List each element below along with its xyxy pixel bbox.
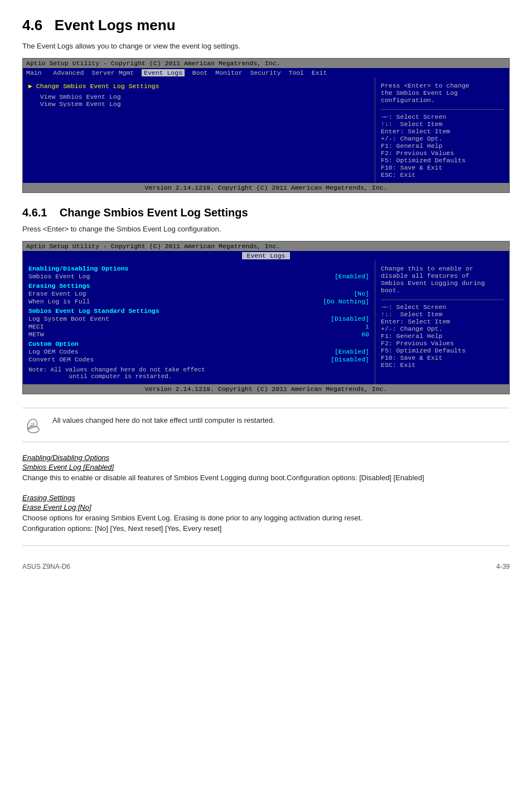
bios-key-4: +/-: Change Opt. [381,135,504,142]
bios-left-2: Enabling/Disabling Options Smbios Event … [23,260,375,384]
desc-header-2a: Erasing Settings [22,494,510,502]
bios-tab-label: Event Logs [242,252,289,259]
bios-row-metw: METW 60 [28,331,369,338]
bios-erasing-settings: Erasing Settings [28,282,369,289]
bios-key-7: F5: Optimized Defaults [381,157,504,164]
desc-section-1: Enabling/Disabling Options Smbios Event … [22,453,510,484]
page-footer: ASUS Z9NA-D6 4-39 [22,563,510,571]
note-text: All values changed here do not take effe… [52,414,275,424]
bios-item-view-smbios: View Smbios Event Log [28,93,121,100]
bios-key2-7: F5: Optimized Defaults [381,347,504,354]
bios-key-1: →←: Select Screen [381,113,504,120]
page-divider [22,545,510,546]
bios-key-3: Enter: Select Item [381,128,504,135]
bios-row-log-oem: Log OEM Codes [Enabled] [28,348,369,355]
bios-selected-item-1: ▶ Change Smbios Event Log Settings [28,83,159,90]
bios-standard-settings: Smbios Event Log Standard Settings [28,307,369,315]
bios-menubar-highlight-1: Event Logs [142,69,185,76]
bios-tab-bar: Event Logs [23,251,509,260]
bios-section-standard-header: Smbios Event Log Standard Settings [28,307,369,315]
bios-row-boot-event: Log System Boot Event [Disabled] [28,315,369,322]
bios-right-2: Change this to enable ordisable all feat… [375,260,509,384]
bios-row-when-full: When Log is Full [Do Nothing] [28,298,369,305]
section-title: 4.6 Event Logs menu [22,17,510,34]
desc-header-1a: Enabling/Disabling Options [22,453,510,462]
bios-help-1: Press <Enter> to changethe Smbios Event … [381,82,504,104]
bios-screen-2: Aptio Setup Utility - Copyright (C) 2011… [22,241,510,394]
bios-key-9: ESC: Exit [381,171,504,178]
bios-header-1: Aptio Setup Utility - Copyright (C) 2011… [23,59,509,68]
desc-body-1: Change this to enable or disable all fea… [22,472,510,484]
bios-row-erase-log: Erase Event Log [No] [28,290,369,297]
bios-key2-5: F1: General Help [381,332,504,340]
bios-key2-1: →←: Select Screen [381,303,504,311]
bios-body-2: Enabling/Disabling Options Smbios Event … [23,260,509,384]
subsection-title: 4.6.1 Change Smbios Event Log Settings [22,206,510,219]
desc-body-2b: Configuration options: [No] [Yes, Next r… [22,523,510,534]
bios-key2-8: F10: Save & Exit [381,354,504,361]
bios-help-2: Change this to enable ordisable all feat… [381,265,504,294]
bios-row-meci: MECI 1 [28,323,369,330]
note-box: All values changed here do not take effe… [22,408,510,442]
desc-body-2a: Choose options for erasing Smbios Event … [22,513,510,524]
footer-right: 4-39 [496,563,510,571]
bios-left-1: ▶ Change Smbios Event Log Settings View … [23,78,375,183]
bios-header-2: Aptio Setup Utility - Copyright (C) 2011… [23,241,509,251]
subsection-intro: Press <Enter> to change the Smbios Event… [22,225,510,233]
section-intro: The Event Logs allows you to change or v… [22,42,510,50]
bios-section-erase-header: Erasing Settings [28,282,369,289]
bios-key-8: F10: Save & Exit [381,164,504,171]
bios-key2-3: Enter: Select Item [381,318,504,325]
bios-key-5: F1: General Help [381,142,504,149]
note-icon [22,414,45,436]
bios-row-smbios-log: Smbios Event Log [Enabled] [28,273,369,280]
bios-key2-4: +/-: Change Opt. [381,325,504,332]
bios-row-convert-oem: Convert OEM Codes [Disabled] [28,356,369,363]
bios-screen-1: Aptio Setup Utility - Copyright (C) 2011… [22,58,510,193]
bios-footer-1: Version 2.14.1219. Copyright (C) 2011 Am… [23,183,509,192]
bios-footer-2: Version 2.14.1219. Copyright (C) 2011 Am… [23,384,509,394]
bios-key2-9: ESC: Exit [381,361,504,369]
bios-section-custom-header: Custom Option [28,340,369,347]
bios-key-6: F2: Previous Values [381,149,504,157]
bios-item-view-system: View System Event Log [28,100,121,108]
bios-menubar-1: Main Advanced Server Mgmt Event Logs Boo… [23,68,509,78]
bios-section-enable: Enabling/Disabling Options [28,265,369,272]
bios-body-1: ▶ Change Smbios Event Log Settings View … [23,78,509,183]
bios-right-1: Press <Enter> to changethe Smbios Event … [375,78,509,183]
bios-key2-2: ↑↓: Select Item [381,311,504,318]
footer-left: ASUS Z9NA-D6 [22,563,70,571]
desc-header-2b: Erase Event Log [No] [22,503,510,511]
bios-note: Note: All values changed here do not tak… [28,366,369,380]
svg-line-2 [30,424,35,426]
bios-key-2: ↑↓: Select Item [381,120,504,128]
desc-section-2: Erasing Settings Erase Event Log [No] Ch… [22,494,510,534]
bios-custom-option: Custom Option [28,340,369,347]
svg-line-1 [31,423,35,424]
desc-header-1b: Smbios Event Log [Enabled] [22,463,510,471]
bios-key2-6: F2: Previous Values [381,340,504,347]
